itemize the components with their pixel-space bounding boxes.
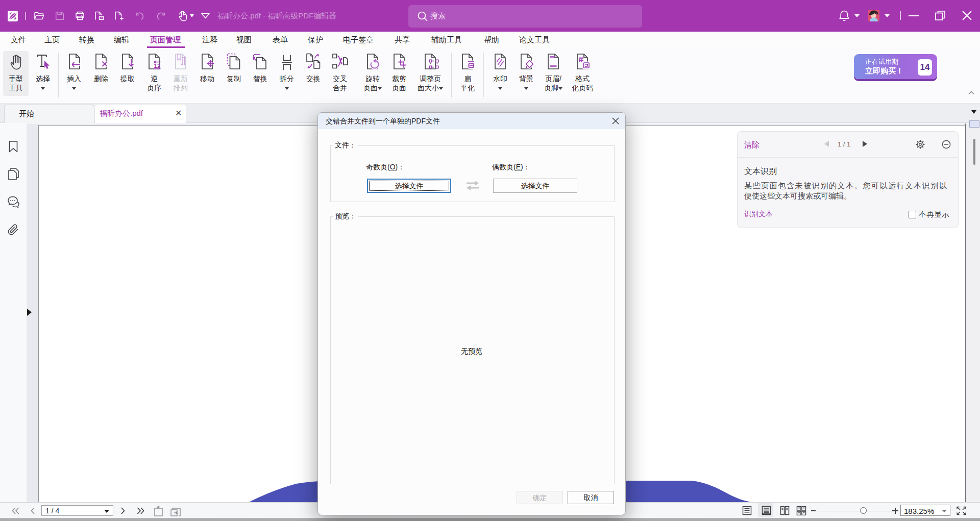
svg-text:12: 12 bbox=[154, 63, 161, 69]
